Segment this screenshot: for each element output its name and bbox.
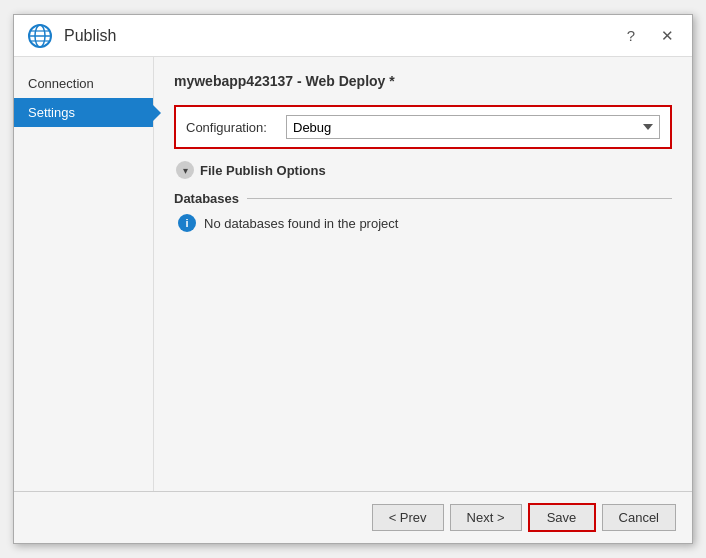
title-bar-right: ? ✕ [621, 26, 680, 45]
main-content: mywebapp423137 - Web Deploy * Configurat… [154, 57, 692, 491]
prev-button[interactable]: < Prev [372, 504, 444, 531]
db-info-text: No databases found in the project [204, 216, 398, 231]
databases-title: Databases [174, 191, 239, 206]
publish-dialog: Publish ? ✕ Connection Settings mywebapp… [13, 14, 693, 544]
help-button[interactable]: ? [621, 26, 641, 45]
sidebar-item-connection[interactable]: Connection [14, 69, 153, 98]
footer: < Prev Next > Save Cancel [14, 491, 692, 543]
databases-header: Databases [174, 191, 672, 206]
deploy-title: mywebapp423137 - Web Deploy * [174, 73, 672, 89]
config-select[interactable]: Debug Release [286, 115, 660, 139]
databases-divider [247, 198, 672, 199]
title-bar-left: Publish [26, 22, 116, 50]
cancel-button[interactable]: Cancel [602, 504, 676, 531]
info-icon: i [178, 214, 196, 232]
close-button[interactable]: ✕ [655, 26, 680, 45]
file-publish-label: File Publish Options [200, 163, 326, 178]
title-bar: Publish ? ✕ [14, 15, 692, 57]
chevron-symbol: ▾ [183, 165, 188, 176]
save-button[interactable]: Save [528, 503, 596, 532]
dialog-title: Publish [64, 27, 116, 45]
globe-icon [26, 22, 54, 50]
next-button[interactable]: Next > [450, 504, 522, 531]
connection-label: Connection [28, 76, 94, 91]
file-publish-row: ▾ File Publish Options [174, 161, 672, 179]
dialog-body: Connection Settings mywebapp423137 - Web… [14, 57, 692, 491]
databases-section: Databases i No databases found in the pr… [174, 191, 672, 232]
sidebar-item-settings[interactable]: Settings [14, 98, 153, 127]
config-label: Configuration: [186, 120, 276, 135]
config-row: Configuration: Debug Release [186, 115, 660, 139]
sidebar: Connection Settings [14, 57, 154, 491]
db-info-row: i No databases found in the project [174, 214, 672, 232]
settings-label: Settings [28, 105, 75, 120]
chevron-down-icon[interactable]: ▾ [176, 161, 194, 179]
config-section: Configuration: Debug Release [174, 105, 672, 149]
